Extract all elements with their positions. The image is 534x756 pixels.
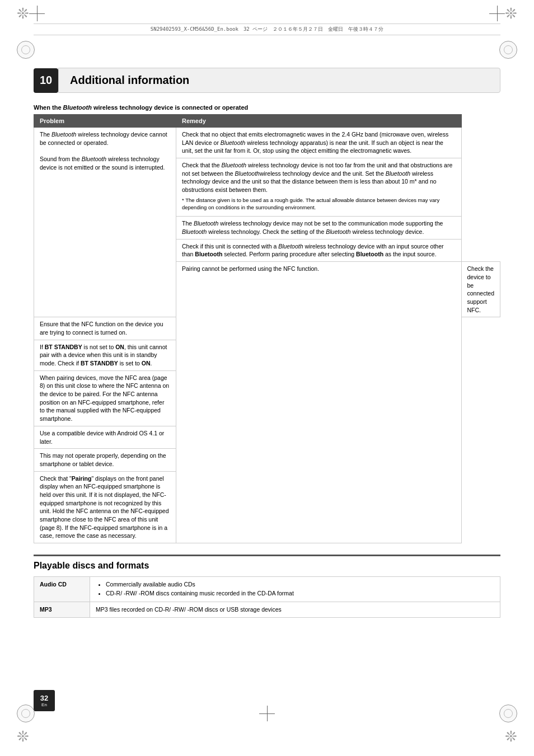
top-decoration-bar: ❊ ❊: [0, 0, 534, 24]
playable-section: Playable discs and formats Audio CD Comm…: [34, 555, 500, 618]
reg-mark-bottom-right: [499, 705, 517, 722]
remedy-cell-2-7: Check that "Pairing" displays on the fro…: [34, 471, 176, 543]
floral-decoration-tl: ❊: [17, 6, 29, 21]
list-item: CD-R/ -RW/ -ROM discs containing music r…: [106, 589, 494, 598]
main-content: When the Bluetooth wireless technology d…: [0, 104, 534, 618]
remedy-cell-1-4: Check if this unit is connected with a B…: [176, 239, 461, 261]
bottom-decoration-bar: ❊ ❊: [0, 729, 534, 744]
remedy-cell-2-6: This may not operate properly, depending…: [34, 449, 176, 471]
file-reference: SN29402593_X-CM56&56D_En.book 32 ページ ２０１…: [0, 24, 534, 35]
floral-decoration-tr: ❊: [505, 6, 517, 21]
playable-row-mp3: MP3 MP3 files recorded on CD-R/ -RW/ -RO…: [34, 602, 500, 618]
remedy-cell-2-2: Ensure that the NFC function on the devi…: [34, 317, 176, 340]
remedy-cell-2-1: Check the device to be connected support…: [461, 262, 500, 317]
reg-mark-bottom-left: [17, 705, 35, 722]
problem-cell-1: The Bluetooth wireless technology device…: [34, 128, 176, 317]
problem-remedy-table: Problem Remedy The Bluetooth wireless te…: [34, 114, 500, 543]
reg-mark-left: [17, 41, 35, 59]
reg-mark-right: [499, 41, 517, 59]
floral-decoration-bl: ❊: [17, 729, 29, 744]
playable-row-audio-cd: Audio CD Commercially available audio CD…: [34, 577, 500, 602]
mid-reg-row: [0, 41, 534, 59]
border-line-top2: [34, 35, 500, 35]
playable-label-mp3: MP3: [34, 602, 90, 618]
problem-cell-2: Pairing cannot be performed using the NF…: [176, 262, 461, 543]
page-number: 32: [40, 694, 48, 702]
remedy-cell-2-4: When pairing devices, move the NFC area …: [34, 370, 176, 426]
crosshair-top-left: [29, 6, 45, 21]
table-header-problem: Problem: [34, 115, 176, 128]
remedy-cell-2-5: Use a compatible device with Android OS …: [34, 426, 176, 448]
playable-section-title: Playable discs and formats: [34, 561, 500, 571]
crosshair-top-right: [489, 6, 505, 21]
playable-label-audio-cd: Audio CD: [34, 577, 90, 602]
table-row: The Bluetooth wireless technology device…: [34, 128, 500, 158]
playable-content-mp3: MP3 files recorded on CD-R/ -RW/ -ROM di…: [90, 602, 500, 618]
remedy-cell-2-3: If BT STANDBY is not set to ON, this uni…: [34, 340, 176, 370]
crosshair-bottom-center: [259, 706, 275, 721]
remedy-cell-1-1: Check that no object that emits electrom…: [176, 128, 461, 158]
remedy-cell-1-3: The Bluetooth wireless technology device…: [176, 217, 461, 239]
bottom-reg-row: [0, 705, 534, 722]
chapter-title: Additional information: [58, 68, 500, 93]
playable-content-audio-cd: Commercially available audio CDs CD-R/ -…: [90, 577, 500, 602]
floral-decoration-br: ❊: [505, 729, 517, 744]
chapter-number: 10: [34, 68, 58, 93]
remedy-cell-1-2: Check that the Bluetooth wireless techno…: [176, 158, 461, 217]
table-header-remedy: Remedy: [176, 115, 461, 128]
chapter-heading: 10 Additional information: [34, 68, 500, 93]
bluetooth-section-title: When the Bluetooth wireless technology d…: [34, 104, 500, 111]
playable-table: Audio CD Commercially available audio CD…: [34, 576, 500, 618]
list-item: Commercially available audio CDs: [106, 580, 494, 589]
